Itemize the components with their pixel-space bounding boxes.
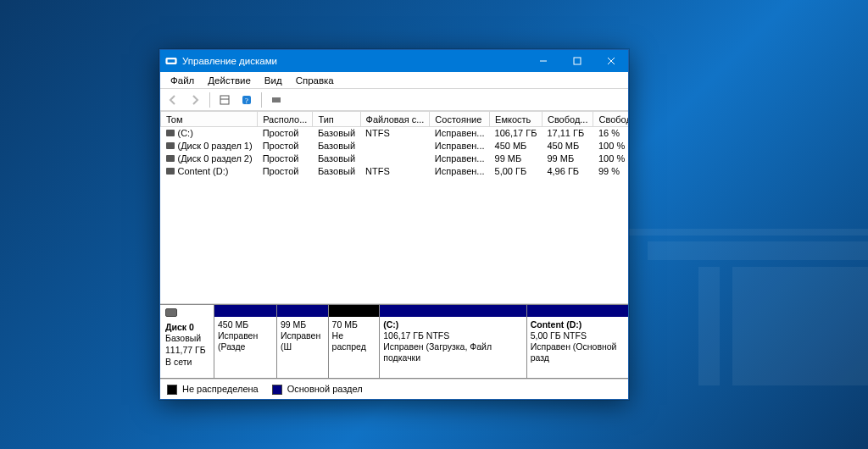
svg-rect-3: [574, 58, 581, 64]
partition-stripe: [277, 305, 328, 317]
col-freepct[interactable]: Свободно %: [593, 112, 628, 127]
menubar: Файл Действие Вид Справка: [160, 72, 628, 89]
disk-state: В сети: [165, 357, 192, 367]
table-row[interactable]: (Диск 0 раздел 2)ПростойБазовыйИсправен.…: [161, 152, 629, 165]
volume-table: Том Располо... Тип Файловая с... Состоян…: [160, 111, 628, 178]
partition[interactable]: (C:)106,17 ГБ NTFSИсправен (Загрузка, Фа…: [380, 305, 526, 378]
menu-action[interactable]: Действие: [201, 74, 258, 87]
col-type[interactable]: Тип: [313, 112, 360, 127]
volume-icon: [166, 130, 175, 136]
partition-stripe: [329, 305, 380, 317]
svg-rect-1: [168, 59, 175, 63]
table-row[interactable]: (Диск 0 раздел 1)ПростойБазовыйИсправен.…: [161, 140, 629, 152]
volume-list-panel: Том Располо... Тип Файловая с... Состоян…: [160, 111, 628, 304]
forward-button[interactable]: [186, 91, 204, 109]
disk-icon: [165, 308, 177, 317]
partition[interactable]: 70 МБНе распред: [329, 305, 381, 378]
svg-text:?: ?: [245, 96, 248, 104]
titlebar[interactable]: Управление дисками: [160, 50, 628, 72]
partition-strip: 450 МБИсправен (Разде99 МБИсправен (Ш70 …: [214, 305, 628, 378]
app-icon: [165, 55, 177, 67]
legend-unallocated: Не распределена: [167, 384, 259, 395]
minimize-button[interactable]: [526, 50, 560, 72]
disk-map-panel: Диск 0 Базовый 111,77 ГБ В сети 450 МБИс…: [160, 304, 628, 379]
svg-rect-6: [220, 96, 229, 104]
window-title: Управление дисками: [182, 56, 526, 66]
volume-icon: [166, 142, 175, 149]
disk-header[interactable]: Диск 0 Базовый 111,77 ГБ В сети: [160, 305, 214, 378]
show-hide-button[interactable]: [215, 91, 234, 109]
disk-management-window: Управление дисками Файл Действие Вид Спр…: [159, 49, 629, 400]
partition-stripe: [380, 305, 526, 317]
menu-file[interactable]: Файл: [164, 74, 201, 87]
toolbar-separator: [209, 92, 210, 108]
partition-stripe: [214, 305, 276, 317]
disk-size: 111,77 ГБ: [165, 345, 206, 355]
table-row[interactable]: Content (D:)ПростойБазовыйNTFSИсправен..…: [161, 165, 629, 178]
col-volume[interactable]: Том: [161, 112, 258, 127]
col-fs[interactable]: Файловая с...: [360, 112, 430, 127]
menu-help[interactable]: Справка: [289, 74, 341, 87]
col-status[interactable]: Состояние: [430, 112, 490, 127]
svg-rect-10: [272, 97, 281, 103]
partition[interactable]: Content (D:)5,00 ГБ NTFSИсправен (Основн…: [527, 305, 628, 378]
col-free[interactable]: Свобод...: [542, 112, 593, 127]
maximize-button[interactable]: [560, 50, 594, 72]
partition-stripe: [527, 305, 628, 317]
table-row[interactable]: (C:)ПростойБазовыйNTFSИсправен...106,17 …: [161, 127, 629, 140]
toolbar-separator: [261, 92, 262, 108]
col-capacity[interactable]: Емкость: [490, 112, 542, 127]
menu-view[interactable]: Вид: [258, 74, 289, 87]
help-button[interactable]: ?: [237, 91, 256, 109]
col-layout[interactable]: Располо...: [258, 112, 313, 127]
toolbar: ?: [160, 89, 628, 111]
disk-label: Диск 0: [165, 322, 194, 332]
disk-type: Базовый: [165, 333, 201, 343]
volume-icon: [166, 168, 175, 175]
table-header[interactable]: Том Располо... Тип Файловая с... Состоян…: [161, 112, 629, 127]
refresh-button[interactable]: [267, 91, 286, 109]
legend: Не распределена Основной раздел: [160, 379, 628, 399]
close-button[interactable]: [594, 50, 628, 72]
volume-icon: [166, 155, 175, 162]
back-button[interactable]: [164, 91, 182, 109]
partition[interactable]: 450 МБИсправен (Разде: [214, 305, 277, 378]
legend-primary: Основной раздел: [272, 384, 363, 395]
partition[interactable]: 99 МБИсправен (Ш: [277, 305, 329, 378]
